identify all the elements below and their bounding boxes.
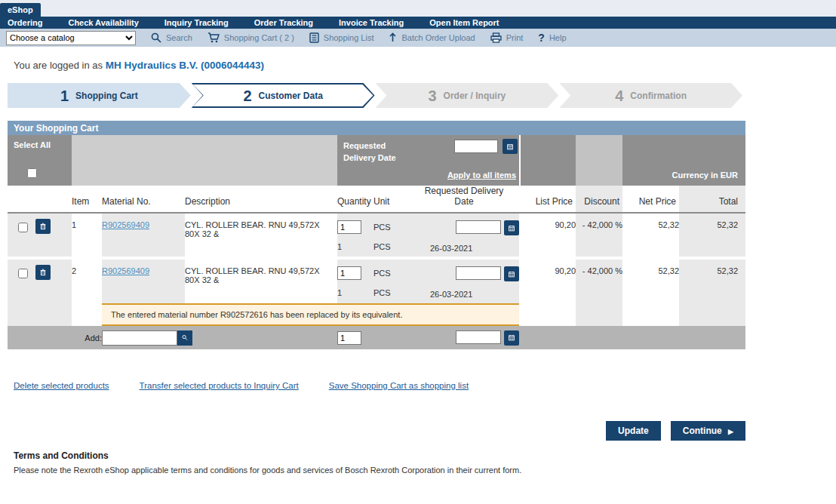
trash-icon bbox=[40, 222, 46, 231]
row-2-calendar-button[interactable] bbox=[504, 266, 519, 281]
calendar-icon bbox=[507, 142, 513, 152]
terms-text: Please note the Rexroth eShop applicable… bbox=[14, 466, 521, 475]
add-date-input[interactable] bbox=[456, 330, 501, 344]
select-all-cell: Select All bbox=[8, 135, 72, 186]
row-2-quantity-input[interactable] bbox=[337, 266, 361, 280]
search-icon bbox=[182, 333, 188, 343]
cart-table: Item Material No. Description Quantity U… bbox=[8, 186, 745, 349]
apply-all-date-input[interactable] bbox=[454, 140, 498, 153]
row-2-confirmed-unit: PCS bbox=[373, 288, 423, 297]
shopping-cart-icon bbox=[207, 32, 220, 43]
row-2-item: 2 bbox=[72, 258, 102, 303]
search-icon bbox=[151, 32, 161, 43]
upload-icon bbox=[389, 32, 397, 43]
row-1-confirmed-unit: PCS bbox=[373, 242, 423, 251]
requested-delivery-cell: Requested Delivery Date Apply to all ite… bbox=[337, 135, 519, 186]
print-icon bbox=[490, 32, 502, 43]
save-as-shopping-list-link[interactable]: Save Shopping Cart as shopping list bbox=[329, 381, 469, 390]
main-menubar: Ordering Check Availability Inquiry Trac… bbox=[0, 17, 836, 29]
calendar-icon bbox=[509, 223, 515, 233]
continue-button[interactable]: Continue ▶ bbox=[671, 421, 745, 441]
select-all-checkbox[interactable] bbox=[27, 168, 37, 178]
terms-section: Terms and Conditions Please note the Rex… bbox=[14, 450, 521, 475]
step-customer-data[interactable]: 2 Customer Data bbox=[192, 83, 375, 108]
add-quantity-input[interactable] bbox=[337, 331, 361, 345]
cart-action-links: Delete selected products Transfer select… bbox=[14, 381, 469, 390]
calendar-icon bbox=[509, 269, 515, 279]
row-2-material-link[interactable]: R902569409 bbox=[102, 266, 149, 275]
discount-column-stripe bbox=[576, 135, 622, 186]
delete-selected-link[interactable]: Delete selected products bbox=[14, 381, 109, 390]
row-1-quantity-input[interactable] bbox=[337, 220, 361, 234]
add-calendar-button[interactable] bbox=[504, 330, 519, 346]
row-2-delete-button[interactable] bbox=[35, 265, 51, 280]
bottom-buttons: Update Continue ▶ bbox=[8, 421, 745, 441]
row-2-net-price: 52,32 bbox=[622, 258, 679, 303]
catalog-select[interactable]: Choose a catalog bbox=[6, 31, 136, 45]
step-order-inquiry: 3 Order / Inquiry bbox=[376, 83, 559, 108]
menu-item-check-availability[interactable]: Check Availability bbox=[68, 18, 138, 27]
col-unit: Unit bbox=[373, 186, 423, 213]
apply-all-calendar-button[interactable] bbox=[503, 139, 518, 154]
row-1-delete-button[interactable] bbox=[35, 219, 51, 234]
row-1-list-price: 90,20 bbox=[519, 213, 576, 258]
row-1-confirmed-quantity: 1 bbox=[337, 242, 373, 251]
apply-to-all-items-link[interactable]: Apply to all items bbox=[447, 171, 516, 180]
row-1-confirmed-date: 26-03-2021 bbox=[423, 244, 519, 253]
replacement-note-row: The entered material number R902572616 h… bbox=[8, 303, 745, 326]
eshop-page: eShop Ordering Check Availability Inquir… bbox=[0, 0, 836, 504]
help-icon: ? bbox=[538, 32, 545, 44]
row-2-checkbox[interactable] bbox=[18, 269, 28, 278]
transfer-to-inquiry-link[interactable]: Transfer selected products to Inquiry Ca… bbox=[140, 381, 299, 390]
eshop-brand-tab[interactable]: eShop bbox=[0, 3, 41, 17]
cart-title: Your Shopping Cart bbox=[8, 121, 745, 135]
menu-item-ordering[interactable]: Ordering bbox=[8, 18, 42, 27]
row-1-description: CYL. ROLLER BEAR. RNU 49,572X 80X 32 & bbox=[185, 213, 337, 258]
help-button[interactable]: ? Help bbox=[538, 32, 566, 44]
checkout-steps: 1 Shopping Cart 2 Customer Data 3 Order … bbox=[8, 83, 743, 108]
step-shopping-cart[interactable]: 1 Shopping Cart bbox=[8, 83, 191, 108]
row-2-confirmed-date: 26-03-2021 bbox=[423, 290, 519, 299]
col-list-price: List Price bbox=[519, 186, 576, 213]
row-2-date-input[interactable] bbox=[456, 266, 501, 280]
currency-label: Currency in EUR bbox=[672, 171, 738, 180]
col-material: Material No. bbox=[102, 186, 185, 213]
col-quantity: Quantity bbox=[337, 186, 373, 213]
menu-item-invoice-tracking[interactable]: Invoice Tracking bbox=[339, 18, 404, 27]
header-band-spacer bbox=[72, 135, 337, 186]
row-1-checkbox[interactable] bbox=[18, 223, 28, 232]
add-material-search-button[interactable] bbox=[177, 330, 192, 346]
row-2-description: CYL. ROLLER BEAR. RNU 49,572X 80X 32 & bbox=[185, 258, 337, 303]
add-material-input[interactable] bbox=[102, 330, 177, 346]
menu-item-order-tracking[interactable]: Order Tracking bbox=[254, 18, 313, 27]
trash-icon bbox=[40, 268, 46, 277]
update-button[interactable]: Update bbox=[606, 421, 661, 441]
row-2-list-price: 90,20 bbox=[519, 258, 576, 303]
row-1-total: 52,32 bbox=[679, 213, 745, 258]
row-2-total: 52,32 bbox=[679, 258, 745, 303]
account-name: MH Hydraulics B.V. (0006044443) bbox=[106, 60, 264, 71]
col-net-price: Net Price bbox=[622, 186, 679, 213]
col-total: Total bbox=[679, 186, 745, 213]
row-1-unit: PCS bbox=[373, 223, 423, 232]
top-strip bbox=[0, 0, 836, 17]
batch-order-upload-button[interactable]: Batch Order Upload bbox=[389, 32, 475, 43]
currency-cell: Currency in EUR bbox=[521, 135, 745, 186]
add-label: Add: bbox=[8, 326, 102, 349]
search-button[interactable]: Search bbox=[151, 32, 192, 43]
menu-item-open-item-report[interactable]: Open Item Report bbox=[429, 18, 499, 27]
calendar-icon bbox=[509, 333, 515, 343]
row-1-calendar-button[interactable] bbox=[504, 220, 519, 235]
row-1-material-link[interactable]: R902569409 bbox=[102, 220, 149, 229]
row-1-date-input[interactable] bbox=[456, 220, 501, 234]
terms-title: Terms and Conditions bbox=[14, 450, 521, 461]
step-confirmation: 4 Confirmation bbox=[559, 83, 742, 108]
column-header-row: Item Material No. Description Quantity U… bbox=[8, 186, 745, 213]
cart-row-1: 1 R902569409 CYL. ROLLER BEAR. RNU 49,57… bbox=[8, 213, 745, 258]
row-1-discount: - 42,000 % bbox=[576, 213, 622, 258]
row-2-unit: PCS bbox=[373, 269, 423, 278]
shopping-list-button[interactable]: Shopping List bbox=[309, 32, 374, 43]
menu-item-inquiry-tracking[interactable]: Inquiry Tracking bbox=[164, 18, 229, 27]
print-button[interactable]: Print bbox=[490, 32, 524, 43]
shopping-cart-button[interactable]: Shopping Cart ( 2 ) bbox=[207, 32, 294, 43]
